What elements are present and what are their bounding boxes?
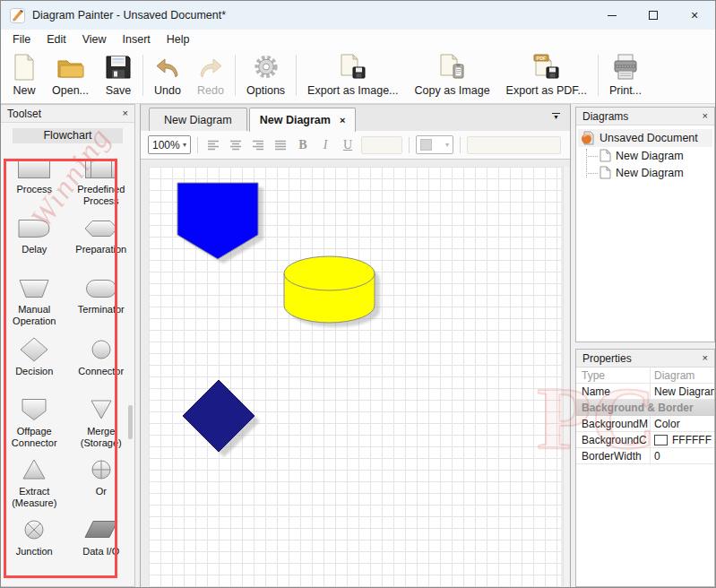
color-swatch[interactable] bbox=[654, 435, 668, 445]
toolset-close-icon[interactable]: × bbox=[123, 108, 128, 118]
tool-extract-measure[interactable]: Extract (Measure) bbox=[1, 456, 68, 516]
predefined-process-shape-icon bbox=[81, 156, 122, 181]
junction-shape-icon bbox=[13, 516, 55, 543]
menu-insert[interactable]: Insert bbox=[115, 31, 159, 48]
align-center-button[interactable] bbox=[227, 136, 245, 154]
new-document-icon bbox=[13, 54, 36, 81]
print-button[interactable]: Print... bbox=[601, 50, 650, 100]
decision-shape-icon bbox=[13, 336, 55, 363]
main-toolbar: New Open... Save Undo bbox=[1, 48, 715, 104]
tree-item-document[interactable]: Unsaved Document bbox=[578, 129, 712, 147]
align-justify-button[interactable] bbox=[272, 136, 289, 154]
right-column: Diagrams × Unsaved Document bbox=[575, 104, 716, 587]
undo-arrow-icon bbox=[154, 54, 181, 81]
tab-close-icon[interactable]: × bbox=[340, 115, 345, 125]
align-right-button[interactable] bbox=[249, 136, 267, 154]
tool-junction[interactable]: Junction bbox=[1, 516, 68, 576]
align-left-button[interactable] bbox=[204, 136, 222, 154]
navy-diamond-shape[interactable] bbox=[183, 380, 254, 452]
tool-merge-storage[interactable]: Merge (Storage) bbox=[68, 396, 135, 456]
printer-icon bbox=[611, 54, 640, 81]
align-center-icon bbox=[229, 140, 242, 151]
new-button[interactable]: New bbox=[4, 50, 44, 100]
text-input[interactable] bbox=[467, 136, 561, 154]
color-swatch bbox=[420, 139, 432, 151]
export-pdf-button[interactable]: PDF Export as PDF... bbox=[498, 50, 595, 100]
tree-item-diagram-2[interactable]: New Diagram bbox=[578, 164, 712, 181]
property-value-name[interactable]: New Diagram bbox=[650, 384, 714, 399]
page-icon bbox=[600, 166, 611, 179]
tool-predefined-process[interactable]: Predefined Process bbox=[68, 156, 135, 216]
close-button[interactable]: × bbox=[674, 1, 715, 30]
tab-list-dropdown[interactable]: ▼ bbox=[550, 113, 562, 119]
tool-terminator[interactable]: Terminator bbox=[68, 276, 135, 336]
tree-item-diagram-1[interactable]: New Diagram bbox=[578, 147, 712, 164]
tool-offpage-connector[interactable]: Offpage Connector bbox=[1, 396, 68, 456]
flowchart-category-button[interactable]: Flowchart bbox=[13, 128, 123, 143]
menu-edit[interactable]: Edit bbox=[39, 31, 74, 48]
diagrams-close-icon[interactable]: × bbox=[703, 111, 708, 121]
tool-decision[interactable]: Decision bbox=[1, 336, 68, 396]
property-value-border-width[interactable]: 0 bbox=[650, 448, 714, 463]
delay-shape-icon bbox=[13, 216, 55, 241]
terminator-shape-icon bbox=[81, 276, 122, 301]
format-separator bbox=[197, 137, 198, 153]
underline-button[interactable]: U bbox=[339, 136, 357, 154]
yellow-cylinder-shape[interactable] bbox=[284, 256, 375, 323]
tool-data-io[interactable]: Data I/O bbox=[68, 516, 135, 576]
properties-close-icon[interactable]: × bbox=[703, 353, 708, 363]
format-toolbar: 100% ▾ B I U bbox=[141, 131, 570, 160]
export-image-icon bbox=[338, 54, 368, 81]
toolset-grid: Process Predefined Process Delay Prepara… bbox=[1, 145, 134, 576]
canvas-vertical-scrollbar[interactable] bbox=[563, 167, 569, 586]
tool-connector[interactable]: Connector bbox=[68, 336, 135, 396]
menu-file[interactable]: File bbox=[4, 31, 39, 48]
document-icon bbox=[581, 131, 595, 145]
menu-bar: File Edit View Insert Help bbox=[1, 30, 715, 48]
document-area: New Diagram New Diagram × ▼ 100% ▾ bbox=[140, 104, 571, 587]
menu-help[interactable]: Help bbox=[159, 31, 198, 48]
open-button[interactable]: Open... bbox=[44, 50, 97, 100]
options-button[interactable]: Options bbox=[238, 50, 293, 100]
tab-new-diagram-1[interactable]: New Diagram bbox=[149, 108, 247, 131]
toolset-scrollbar-thumb[interactable] bbox=[128, 405, 133, 439]
save-button[interactable]: Save bbox=[97, 50, 140, 100]
chevron-down-icon: ▾ bbox=[445, 141, 449, 149]
tool-or[interactable]: Or bbox=[68, 456, 135, 516]
tab-bar: New Diagram New Diagram × ▼ bbox=[141, 104, 570, 131]
italic-button[interactable]: I bbox=[316, 136, 334, 154]
toolbar-separator bbox=[296, 55, 297, 96]
undo-button[interactable]: Undo bbox=[146, 50, 189, 100]
toolbar-separator bbox=[142, 55, 143, 96]
extract-measure-shape-icon bbox=[13, 456, 55, 483]
bold-button[interactable]: B bbox=[294, 136, 312, 154]
export-image-button[interactable]: Export as Image... bbox=[299, 50, 406, 100]
app-icon bbox=[10, 8, 25, 23]
tool-preparation[interactable]: Preparation bbox=[68, 216, 135, 276]
property-row-name: Name New Diagram bbox=[576, 384, 714, 400]
menu-view[interactable]: View bbox=[74, 31, 115, 48]
format-separator bbox=[409, 137, 410, 153]
font-size-input[interactable] bbox=[361, 136, 402, 154]
tool-delay[interactable]: Delay bbox=[1, 216, 68, 276]
tool-manual-operation[interactable]: Manual Operation bbox=[1, 276, 68, 336]
properties-title: Properties bbox=[582, 352, 632, 365]
zoom-select[interactable]: 100% ▾ bbox=[148, 135, 191, 154]
property-value-background-color[interactable]: FFFFFF bbox=[650, 432, 714, 447]
chevron-down-icon: ▾ bbox=[183, 141, 186, 149]
property-row-background-color: BackgroundC FFFFFF bbox=[576, 432, 714, 448]
tab-new-diagram-2[interactable]: New Diagram × bbox=[249, 108, 357, 132]
tool-process[interactable]: Process bbox=[1, 156, 68, 216]
copy-image-button[interactable]: Copy as Image bbox=[407, 50, 498, 100]
manual-operation-shape-icon bbox=[13, 276, 55, 301]
property-value-background-mode[interactable]: Color bbox=[650, 416, 714, 431]
toolbar-separator bbox=[235, 55, 236, 96]
toolbar-separator bbox=[598, 55, 599, 96]
svg-text:PDF: PDF bbox=[536, 56, 546, 61]
color-select[interactable]: ▾ bbox=[416, 135, 453, 154]
maximize-button[interactable] bbox=[633, 1, 674, 30]
save-floppy-icon bbox=[105, 54, 132, 81]
minimize-button[interactable] bbox=[591, 1, 633, 30]
redo-button[interactable]: Redo bbox=[189, 50, 232, 100]
diagram-canvas[interactable] bbox=[141, 160, 570, 587]
